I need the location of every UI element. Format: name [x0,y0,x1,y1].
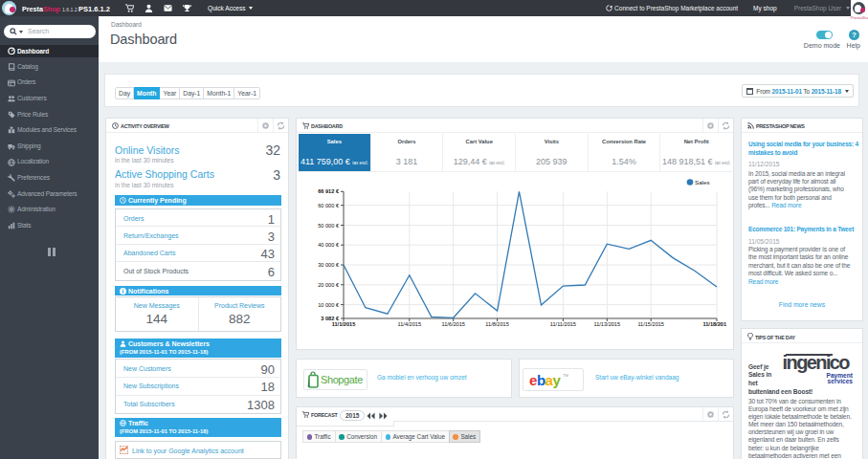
svg-text:50 000 €: 50 000 € [318,223,340,229]
svg-text:11/18/201: 11/18/201 [702,321,726,327]
svg-text:11/4/2015: 11/4/2015 [398,321,421,327]
svg-text:60 000 €: 60 000 € [318,203,340,208]
svg-text:10 000 €: 10 000 € [318,302,340,308]
svg-text:40 000 €: 40 000 € [318,242,340,248]
svg-text:11/13/2015: 11/13/2015 [594,321,621,327]
svg-text:Sales: Sales [695,179,709,186]
svg-text:11/11/2015: 11/11/2015 [550,321,576,327]
svg-text:11/8/2015: 11/8/2015 [485,321,508,327]
svg-text:11/15/2015: 11/15/2015 [637,321,664,327]
svg-text:11/6/2015: 11/6/2015 [441,321,464,327]
svg-text:66 912 €: 66 912 € [318,188,340,194]
svg-text:30 000 €: 30 000 € [318,262,340,268]
svg-text:20 000 €: 20 000 € [318,282,340,288]
svg-text:11/1/2015: 11/1/2015 [332,321,356,327]
